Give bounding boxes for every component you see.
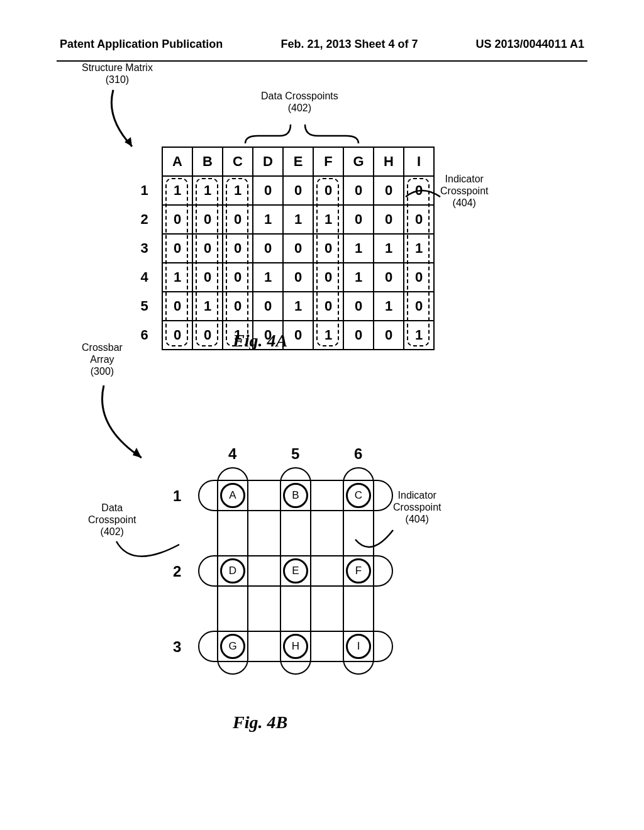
indicator-ref: (404) (453, 197, 476, 208)
structure-matrix-leader-icon (107, 87, 151, 156)
cell-4D: 1 (253, 263, 283, 292)
cell-4G: 1 (343, 263, 374, 292)
cell-3B: 0 (192, 234, 223, 263)
cell-4C: 0 (223, 263, 253, 292)
cell-3G: 1 (343, 234, 374, 263)
cell-3I: 1 (404, 234, 434, 263)
col-head-E: E (283, 147, 313, 176)
cb-col-5: 5 (291, 445, 299, 463)
cell-5C: 0 (223, 292, 253, 321)
row-head-4: 4 (132, 263, 162, 292)
col-head-C: C (223, 147, 253, 176)
cell-6H: 0 (374, 321, 404, 350)
data-crosspoints-label: Data Crosspoints (402) (261, 90, 338, 114)
crossbar-array-diagram: 4 5 6 1 2 3 A B C D E F G H I (164, 445, 415, 728)
cell-5E: 1 (283, 292, 313, 321)
cell-4A: 1 (162, 263, 192, 292)
content-area: Structure Matrix (310) Data Crosspoints … (0, 62, 644, 93)
page-header: Patent Application Publication Feb. 21, … (0, 0, 644, 57)
node-D: D (220, 558, 245, 584)
node-C: C (346, 483, 371, 508)
row-head-3: 3 (132, 234, 162, 263)
cell-2G: 0 (343, 205, 374, 234)
col-head-B: B (192, 147, 223, 176)
cell-3H: 1 (374, 234, 404, 263)
node-F: F (346, 558, 371, 584)
cell-1F: 0 (313, 176, 343, 205)
cell-2I: 0 (404, 205, 434, 234)
cell-1D: 0 (253, 176, 283, 205)
data-crosspoints-brace-icon (239, 118, 365, 150)
cell-4E: 0 (283, 263, 313, 292)
row-head-6: 6 (132, 321, 162, 350)
cell-4I: 0 (404, 263, 434, 292)
cell-2D: 1 (253, 205, 283, 234)
cell-1A: 1 (162, 176, 192, 205)
cell-1I: 0 (404, 176, 434, 205)
cell-5F: 0 (313, 292, 343, 321)
row-head-1: 1 (132, 176, 162, 205)
col-head-H: H (374, 147, 404, 176)
node-I: I (346, 634, 371, 659)
node-G: G (220, 634, 245, 659)
cell-6I: 1 (404, 321, 434, 350)
cell-5G: 0 (343, 292, 374, 321)
node-H: H (283, 634, 308, 659)
cell-2B: 0 (192, 205, 223, 234)
cell-3E: 0 (283, 234, 313, 263)
figure-4a-caption: Fig. 4A (233, 331, 287, 351)
matrix-grid: A B C D E F G H I 1 1 1 1 0 0 0 0 0 0 (132, 147, 435, 350)
cell-3F: 0 (313, 234, 343, 263)
cell-3A: 0 (162, 234, 192, 263)
cb-row-3: 3 (173, 638, 181, 656)
structure-matrix-label: Structure Matrix (310) (82, 62, 153, 86)
cell-6E: 0 (283, 321, 313, 350)
cell-1G: 0 (343, 176, 374, 205)
dc-bottom-text1: Data (101, 502, 123, 513)
cb-row-2: 2 (173, 563, 181, 580)
cell-2E: 1 (283, 205, 313, 234)
col-head-D: D (253, 147, 283, 176)
cell-3C: 0 (223, 234, 253, 263)
cell-5D: 0 (253, 292, 283, 321)
col-head-A: A (162, 147, 192, 176)
cell-2A: 0 (162, 205, 192, 234)
cell-4F: 0 (313, 263, 343, 292)
data-crosspoints-ref: (402) (288, 102, 311, 113)
cell-2H: 0 (374, 205, 404, 234)
col-head-I: I (404, 147, 434, 176)
cell-1E: 0 (283, 176, 313, 205)
cell-4H: 0 (374, 263, 404, 292)
data-crosspoints-text: Data Crosspoints (261, 91, 338, 101)
crossbar-array-label: Crossbar Array (300) (82, 341, 123, 378)
cell-1C: 1 (223, 176, 253, 205)
row-head-5: 5 (132, 292, 162, 321)
col-head-G: G (343, 147, 374, 176)
cell-6F: 1 (313, 321, 343, 350)
cell-4B: 0 (192, 263, 223, 292)
node-E: E (283, 558, 308, 584)
node-A: A (220, 483, 245, 508)
structure-matrix-table: A B C D E F G H I 1 1 1 1 0 0 0 0 0 0 (132, 147, 435, 350)
cell-2C: 0 (223, 205, 253, 234)
indicator-text2: Crosspoint (440, 185, 488, 196)
cb-row-1: 1 (173, 487, 181, 505)
cell-6G: 0 (343, 321, 374, 350)
cb-col-6: 6 (354, 445, 362, 463)
crossbar-array-text1: Crossbar (82, 342, 123, 353)
crossbar-array-text2: Array (90, 354, 114, 365)
structure-matrix-ref: (310) (106, 74, 129, 85)
row-head-2: 2 (132, 205, 162, 234)
header-left: Patent Application Publication (60, 38, 223, 51)
indicator-text1: Indicator (445, 174, 484, 184)
cb-col-4: 4 (228, 445, 236, 463)
cell-6B: 0 (192, 321, 223, 350)
svg-marker-1 (133, 448, 142, 458)
cell-5I: 0 (404, 292, 434, 321)
node-B: B (283, 483, 308, 508)
col-head-F: F (313, 147, 343, 176)
cell-5B: 1 (192, 292, 223, 321)
figure-4b-caption: Fig. 4B (233, 712, 287, 733)
header-right: US 2013/0044011 A1 (476, 38, 584, 51)
indicator-crosspoint-label: Indicator Crosspoint (404) (440, 173, 488, 209)
